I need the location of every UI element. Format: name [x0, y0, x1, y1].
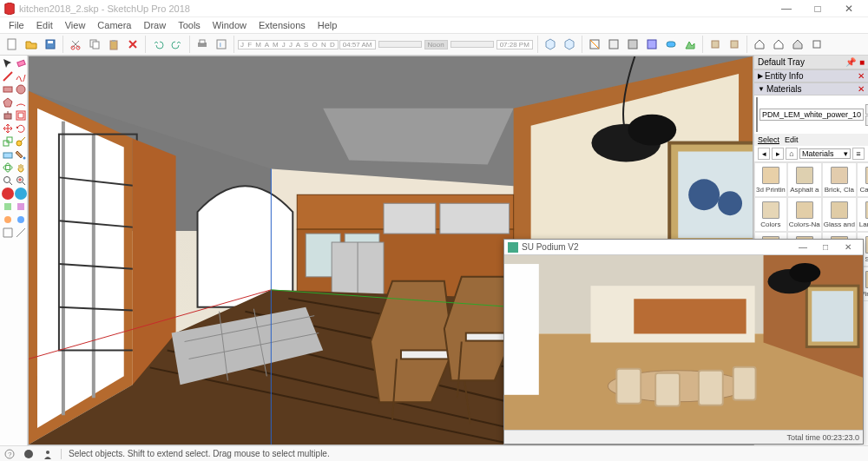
eraser-tool-icon[interactable]: [15, 57, 27, 69]
new-icon[interactable]: [3, 36, 21, 53]
pin-icon[interactable]: 📌: [845, 57, 856, 67]
material-swatch[interactable]: [756, 97, 758, 132]
delete-icon[interactable]: [124, 36, 141, 53]
person-icon[interactable]: [42, 448, 54, 460]
extra-tool-4-icon[interactable]: [15, 214, 27, 226]
time-slider[interactable]: [378, 41, 422, 48]
home-icon[interactable]: [751, 36, 768, 53]
save-icon[interactable]: [42, 36, 59, 53]
podium-close-icon[interactable]: ✕: [837, 242, 859, 252]
menu-draw[interactable]: Draw: [138, 18, 171, 32]
details-icon[interactable]: ≡: [852, 148, 865, 160]
cube-icon[interactable]: [542, 36, 559, 53]
circle-tool-icon[interactable]: [15, 83, 27, 95]
swatch-brick[interactable]: Brick, Cla: [822, 162, 857, 197]
maximize-button[interactable]: □: [802, 0, 833, 17]
zoom-tool-icon[interactable]: [2, 175, 14, 187]
menu-window[interactable]: Window: [207, 18, 252, 32]
tray-header[interactable]: Default Tray 📌 ■: [754, 56, 868, 69]
help-icon[interactable]: ?: [3, 448, 16, 460]
open-icon[interactable]: [23, 36, 40, 53]
box2-icon[interactable]: [726, 36, 743, 53]
edit-tab[interactable]: Edit: [785, 135, 799, 144]
zoom-extents-icon[interactable]: [15, 175, 27, 187]
swatch-asphalt[interactable]: Asphalt a: [787, 162, 822, 197]
material-name-field[interactable]: PDM_LEM_white_power_10: [760, 109, 864, 121]
entity-info-panel-header[interactable]: ▶ Entity Info ✕: [754, 69, 868, 82]
pushpull-tool-icon[interactable]: [2, 109, 14, 122]
select-tool-icon[interactable]: [2, 57, 14, 69]
material-library-combo[interactable]: Materials▾: [799, 148, 851, 159]
move-tool-icon[interactable]: [2, 122, 14, 135]
text-tool-icon[interactable]: [2, 148, 14, 161]
style-tool-icon[interactable]: [15, 188, 27, 200]
orbit-tool-icon[interactable]: [2, 161, 14, 174]
arc-tool-icon[interactable]: [15, 96, 27, 109]
section2-icon[interactable]: [605, 36, 622, 53]
swatch-carpet[interactable]: Carpet, F: [857, 162, 868, 197]
swatch-colorsn[interactable]: Colors-Na: [787, 197, 822, 232]
freehand-tool-icon[interactable]: [15, 70, 27, 82]
podium-max-icon[interactable]: □: [814, 242, 837, 252]
menu-extensions[interactable]: Extensions: [253, 18, 311, 32]
home-mat-icon[interactable]: ⌂: [786, 148, 798, 160]
menu-camera[interactable]: Camera: [92, 18, 136, 32]
extra-tool-3-icon[interactable]: [2, 214, 14, 226]
pan-tool-icon[interactable]: [15, 161, 27, 174]
extra-tool-2-icon[interactable]: [15, 201, 27, 213]
podium-titlebar[interactable]: SU Podium V2 — □ ✕: [504, 240, 863, 255]
line-tool-icon[interactable]: [2, 70, 14, 82]
toggle-icon[interactable]: [662, 36, 680, 53]
copy-icon[interactable]: [86, 36, 103, 53]
swatch-landscape[interactable]: Landscap: [857, 197, 868, 232]
warehouse-icon[interactable]: [770, 36, 787, 53]
box1-icon[interactable]: [707, 36, 724, 53]
month-strip[interactable]: J F M A M J J A S O N D: [238, 40, 339, 49]
cube2-icon[interactable]: [561, 36, 578, 53]
close-button[interactable]: ✕: [833, 0, 865, 17]
section4-icon[interactable]: [643, 36, 661, 53]
model-info-icon[interactable]: i: [213, 36, 230, 53]
offset-tool-icon[interactable]: [15, 109, 27, 122]
select-tab[interactable]: Select: [758, 135, 779, 144]
share-icon[interactable]: [789, 36, 806, 53]
tape-tool-icon[interactable]: [15, 135, 27, 148]
swatch-3dprint[interactable]: 3d Printin: [754, 162, 787, 197]
polygon-tool-icon[interactable]: [2, 96, 14, 109]
paint-tool-icon[interactable]: [15, 148, 27, 161]
minimize-button[interactable]: —: [771, 0, 802, 17]
geo-icon[interactable]: [23, 448, 35, 460]
redo-icon[interactable]: [168, 36, 186, 53]
cut-icon[interactable]: [67, 36, 84, 53]
materials-panel-header[interactable]: ▼ Materials ✕: [754, 82, 868, 95]
podium-render-window[interactable]: SU Podium V2 — □ ✕: [503, 239, 864, 445]
time-slider-2[interactable]: [450, 41, 494, 48]
extra-tool-6-icon[interactable]: [15, 227, 27, 239]
scale-tool-icon[interactable]: [2, 135, 14, 148]
panel-close-icon[interactable]: ✕: [858, 71, 865, 81]
menu-view[interactable]: View: [60, 18, 91, 32]
menu-help[interactable]: Help: [312, 18, 343, 32]
tray-close-icon[interactable]: ■: [859, 57, 865, 67]
section-icon[interactable]: [586, 36, 603, 53]
extra-tool-5-icon[interactable]: [2, 227, 14, 239]
print-icon[interactable]: [194, 36, 211, 53]
menu-file[interactable]: File: [3, 18, 30, 32]
xray-tool-icon[interactable]: [2, 188, 14, 200]
menu-tools[interactable]: Tools: [173, 18, 206, 32]
style-icon[interactable]: [681, 36, 699, 53]
rectangle-tool-icon[interactable]: [2, 83, 14, 95]
swatch-colors[interactable]: Colors: [754, 197, 787, 232]
panel-close-icon-2[interactable]: ✕: [858, 84, 865, 94]
back-icon[interactable]: ◂: [758, 148, 770, 160]
undo-icon[interactable]: [149, 36, 167, 53]
ext-icon[interactable]: [808, 36, 825, 53]
podium-min-icon[interactable]: —: [792, 242, 814, 252]
menu-edit[interactable]: Edit: [31, 18, 58, 32]
rotate-tool-icon[interactable]: [15, 122, 27, 135]
section3-icon[interactable]: [624, 36, 641, 53]
extra-tool-1-icon[interactable]: [2, 201, 14, 213]
swatch-glass[interactable]: Glass and: [822, 197, 857, 232]
fwd-icon[interactable]: ▸: [772, 148, 784, 160]
paste-icon[interactable]: [105, 36, 122, 53]
